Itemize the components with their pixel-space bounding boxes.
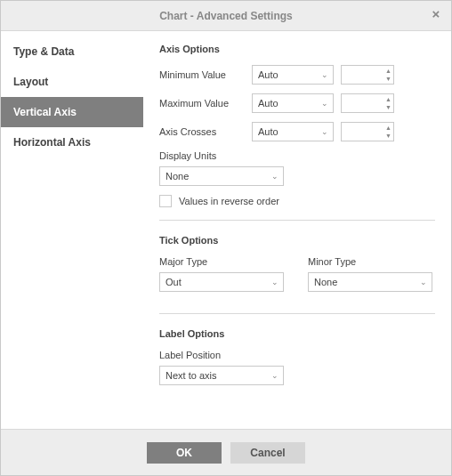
chevron-down-icon: ⌄ (271, 278, 278, 286)
combo-value: None (314, 277, 337, 287)
spinner-buttons[interactable]: ▲▼ (385, 68, 391, 82)
chart-advanced-settings-dialog: Chart - Advanced Settings × Type & Data … (0, 0, 452, 476)
tick-options-section: Tick Options Major Type Out ⌄ Minor Type… (159, 235, 435, 301)
chevron-down-icon: ⌄ (321, 70, 328, 79)
maximum-value-row: Maximum Value Auto ⌄ ▲▼ (159, 93, 435, 113)
sidebar-item-label: Layout (13, 76, 48, 88)
chevron-down-icon: ⌄ (271, 371, 278, 380)
dialog-body: Type & Data Layout Vertical Axis Horizon… (1, 31, 451, 429)
label-options-section: Label Options Label Position Next to axi… (159, 328, 435, 385)
sidebar-item-layout[interactable]: Layout (1, 67, 143, 97)
sidebar-item-type-data[interactable]: Type & Data (1, 36, 143, 67)
chevron-down-icon: ⌄ (321, 99, 328, 108)
major-type-group: Major Type Out ⌄ (159, 256, 287, 292)
minimum-value-label: Minimum Value (159, 69, 245, 80)
settings-panel: Axis Options Minimum Value Auto ⌄ ▲▼ Max… (143, 31, 451, 429)
minor-type-label: Minor Type (308, 256, 435, 267)
axis-crosses-combo[interactable]: Auto ⌄ (252, 122, 334, 141)
chevron-down-icon: ⌄ (420, 278, 427, 286)
combo-value: Auto (258, 126, 278, 137)
sidebar: Type & Data Layout Vertical Axis Horizon… (1, 31, 143, 429)
minor-type-combo[interactable]: None ⌄ (308, 272, 432, 292)
minimum-value-spinner[interactable]: ▲▼ (341, 65, 394, 85)
ok-button[interactable]: OK (147, 442, 222, 464)
tick-type-pair: Major Type Out ⌄ Minor Type None ⌄ (159, 256, 435, 301)
combo-value: Next to axis (165, 370, 216, 381)
dialog-title: Chart - Advanced Settings (159, 10, 293, 22)
combo-value: Auto (258, 98, 278, 109)
axis-crosses-row: Axis Crosses Auto ⌄ ▲▼ (159, 122, 435, 141)
combo-value: Out (165, 277, 182, 287)
chevron-down-icon: ⌄ (321, 127, 328, 136)
section-divider (159, 313, 435, 314)
sidebar-item-label: Type & Data (13, 45, 74, 58)
minimum-value-row: Minimum Value Auto ⌄ ▲▼ (159, 65, 435, 85)
label-position-combo[interactable]: Next to axis ⌄ (159, 366, 284, 385)
label-position-group: Label Position Next to axis ⌄ (159, 350, 435, 385)
cancel-button[interactable]: Cancel (230, 442, 305, 464)
reverse-order-label: Values in reverse order (179, 196, 279, 206)
combo-value: None (165, 171, 189, 182)
reverse-order-row: Values in reverse order (159, 195, 435, 207)
dialog-footer: OK Cancel (1, 429, 451, 475)
major-type-combo[interactable]: Out ⌄ (159, 272, 284, 292)
minor-type-group: Minor Type None ⌄ (308, 256, 435, 292)
minimum-value-combo[interactable]: Auto ⌄ (252, 65, 334, 85)
section-divider (159, 220, 435, 221)
combo-value: Auto (258, 69, 278, 80)
sidebar-item-label: Vertical Axis (13, 106, 77, 118)
spinner-buttons[interactable]: ▲▼ (385, 125, 391, 139)
sidebar-item-label: Horizontal Axis (13, 136, 91, 149)
spinner-buttons[interactable]: ▲▼ (385, 96, 391, 110)
sidebar-item-vertical-axis[interactable]: Vertical Axis (1, 97, 143, 127)
axis-crosses-spinner[interactable]: ▲▼ (341, 122, 394, 141)
label-options-title: Label Options (159, 328, 435, 339)
maximum-value-label: Maximum Value (159, 98, 245, 109)
axis-options-title: Axis Options (159, 44, 435, 54)
button-label: Cancel (250, 447, 285, 459)
sidebar-item-horizontal-axis[interactable]: Horizontal Axis (1, 127, 143, 157)
button-label: OK (176, 447, 192, 459)
display-units-group: Display Units None ⌄ (159, 150, 435, 186)
label-position-label: Label Position (159, 350, 435, 360)
maximum-value-combo[interactable]: Auto ⌄ (252, 93, 334, 113)
major-type-label: Major Type (159, 256, 287, 267)
chevron-down-icon: ⌄ (271, 172, 278, 181)
dialog-titlebar: Chart - Advanced Settings × (1, 1, 451, 31)
axis-options-section: Axis Options Minimum Value Auto ⌄ ▲▼ Max… (159, 44, 435, 207)
axis-crosses-label: Axis Crosses (159, 126, 245, 137)
close-icon[interactable]: × (428, 6, 444, 22)
display-units-label: Display Units (159, 150, 435, 161)
display-units-combo[interactable]: None ⌄ (159, 166, 284, 186)
reverse-order-checkbox[interactable] (159, 195, 172, 207)
maximum-value-spinner[interactable]: ▲▼ (341, 93, 394, 113)
tick-options-title: Tick Options (159, 235, 435, 246)
